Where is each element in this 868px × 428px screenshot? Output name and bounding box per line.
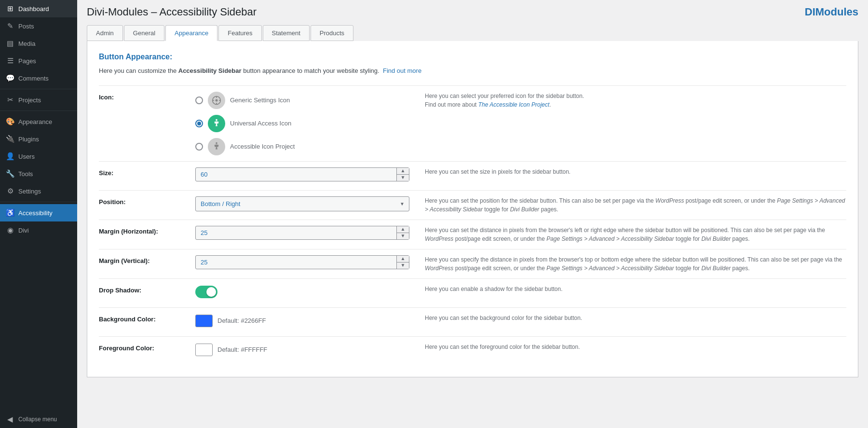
drop-shadow-control	[195, 279, 417, 305]
margin-v-control: ▲ ▼	[195, 249, 417, 275]
sidebar-item-media[interactable]: ▤ Media	[0, 35, 77, 52]
size-increment-button[interactable]: ▲	[397, 168, 409, 175]
position-control: Top / Left Top / Right Bottom / Left Bot…	[195, 191, 417, 217]
bg-color-help: Here you can set the background color fo…	[417, 308, 846, 328]
logo-bold: DI	[805, 6, 815, 18]
sidebar-item-comments[interactable]: 💬 Comments	[0, 69, 77, 87]
sidebar-item-pages[interactable]: ☰ Pages	[0, 52, 77, 69]
section-title: Button Appearance:	[99, 53, 846, 61]
radio-generic[interactable]	[195, 97, 203, 104]
sidebar-item-accessibility[interactable]: ♿ Accessibility	[0, 204, 77, 221]
margin-v-input-wrapper: ▲ ▼	[195, 255, 409, 269]
tab-statement[interactable]: Statement	[263, 25, 310, 41]
tab-products[interactable]: Products	[311, 25, 353, 41]
size-input-wrapper: ▲ ▼	[195, 167, 409, 181]
radio-universal[interactable]	[195, 120, 203, 127]
accessible-icon-link[interactable]: The Accessible Icon Project	[478, 101, 550, 108]
fg-color-help-text: Here you can set the foreground color fo…	[425, 344, 580, 350]
tab-features[interactable]: Features	[218, 25, 261, 41]
position-select[interactable]: Top / Left Top / Right Bottom / Left Bot…	[195, 196, 409, 211]
sidebar-item-label: Plugins	[18, 136, 39, 143]
margin-h-decrement-button[interactable]: ▼	[397, 233, 409, 239]
sidebar-item-appearance[interactable]: 🎨 Appearance	[0, 113, 77, 130]
logo-rest: Modules	[815, 6, 858, 18]
tools-icon: 🔧	[6, 169, 14, 178]
find-out-more-link[interactable]: Find out more	[383, 67, 421, 74]
universal-icon-label: Universal Access Icon	[230, 120, 291, 127]
plugins-icon: 🔌	[6, 135, 14, 143]
sidebar-item-settings[interactable]: ⚙ Settings	[0, 182, 77, 200]
drop-shadow-help: Here you can enable a shadow for the sid…	[417, 279, 846, 299]
margin-v-label: Margin (Vertical):	[99, 249, 195, 271]
margin-v-input[interactable]	[195, 255, 409, 269]
posts-icon: ✎	[6, 22, 14, 30]
svg-point-1	[216, 99, 218, 101]
drop-shadow-toggle[interactable]	[195, 286, 217, 298]
icon-help: Here you can select your preferred icon …	[417, 86, 846, 115]
margin-v-help: Here you can specify the distance in pix…	[417, 249, 846, 278]
drop-shadow-setting-row: Drop Shadow: Here you can enable a shado…	[99, 278, 846, 307]
sidebar-item-label: Appearance	[18, 118, 52, 125]
bg-color-label: Background Color:	[99, 308, 195, 330]
sidebar-item-tools[interactable]: 🔧 Tools	[0, 165, 77, 182]
section-desc-highlight: Accessibility Sidebar	[178, 67, 242, 74]
section-desc-suffix: button appearance to match your website …	[242, 67, 380, 74]
sidebar-item-users[interactable]: 👤 Users	[0, 148, 77, 165]
sidebar-item-label: Pages	[18, 57, 36, 65]
sidebar-item-label: Users	[18, 153, 35, 160]
icon-help-link-suffix: .	[549, 101, 551, 108]
page-title: Divi-Modules – Accessibility Sidebar	[87, 6, 257, 18]
tab-general[interactable]: General	[124, 25, 164, 41]
sidebar-item-plugins[interactable]: 🔌 Plugins	[0, 130, 77, 148]
size-decrement-button[interactable]: ▼	[397, 175, 409, 181]
icon-option-universal[interactable]: Universal Access Icon	[195, 115, 409, 132]
margin-h-input[interactable]	[195, 226, 409, 240]
fg-color-swatch[interactable]	[195, 344, 213, 356]
icon-help-link-prefix: Find out more about	[425, 101, 478, 108]
settings-icon: ⚙	[6, 187, 14, 195]
sidebar-item-label: Divi	[18, 227, 29, 234]
margin-v-increment-button[interactable]: ▲	[397, 256, 409, 262]
fg-color-row: Default: #FFFFFF	[195, 344, 409, 356]
sidebar-item-label: Accessibility	[18, 209, 53, 217]
margin-v-setting-row: Margin (Vertical): ▲ ▼ Here you can spec…	[99, 249, 846, 278]
margin-h-control: ▲ ▼	[195, 220, 417, 246]
collapse-menu-button[interactable]: ◀ Collapse menu	[0, 411, 77, 428]
sidebar-item-label: Settings	[18, 188, 41, 195]
fg-color-default-text: Default: #FFFFFF	[217, 346, 267, 353]
svg-point-6	[216, 119, 217, 121]
collapse-icon: ◀	[6, 415, 14, 424]
svg-point-7	[216, 142, 217, 144]
sidebar-item-label: Dashboard	[18, 5, 49, 13]
sidebar-item-divi[interactable]: ◉ Divi	[0, 221, 77, 239]
tab-appearance[interactable]: Appearance	[165, 25, 217, 41]
collapse-label: Collapse menu	[18, 416, 57, 423]
sidebar-item-dashboard[interactable]: ⊞ Dashboard	[0, 0, 77, 17]
sidebar-item-label: Media	[18, 40, 35, 47]
margin-h-help: Here you can set the distance in pixels …	[417, 220, 846, 249]
radio-accessible[interactable]	[195, 143, 203, 151]
generic-icon-preview	[208, 92, 225, 109]
icon-help-text: Here you can select your preferred icon …	[425, 93, 584, 99]
section-desc: Here you can customize the Accessibility…	[99, 66, 846, 76]
sidebar-item-projects[interactable]: ✂ Projects	[0, 91, 77, 109]
drop-shadow-label: Drop Shadow:	[99, 279, 195, 301]
sidebar-separator-3	[0, 202, 77, 202]
bg-color-swatch[interactable]	[195, 315, 213, 327]
icon-option-accessible[interactable]: Accessible Icon Project	[195, 138, 409, 155]
size-setting-row: Size: ▲ ▼ Here you can set the size in p…	[99, 161, 846, 190]
accessible-icon-label: Accessible Icon Project	[230, 143, 295, 150]
margin-v-decrement-button[interactable]: ▼	[397, 262, 409, 269]
pages-icon: ☰	[6, 56, 14, 65]
icon-option-generic[interactable]: Generic Settings Icon	[195, 92, 409, 109]
position-setting-row: Position: Top / Left Top / Right Bottom …	[99, 190, 846, 220]
size-input[interactable]	[195, 167, 409, 181]
fg-color-label: Foreground Color:	[99, 337, 195, 359]
dashboard-icon: ⊞	[6, 4, 14, 13]
tab-admin[interactable]: Admin	[87, 25, 123, 41]
size-help-text: Here you can set the size in pixels for …	[425, 168, 570, 175]
margin-h-increment-button[interactable]: ▲	[397, 226, 409, 233]
sidebar-item-posts[interactable]: ✎ Posts	[0, 17, 77, 35]
position-help: Here you can set the position for the si…	[417, 191, 846, 220]
position-label: Position:	[99, 191, 195, 212]
